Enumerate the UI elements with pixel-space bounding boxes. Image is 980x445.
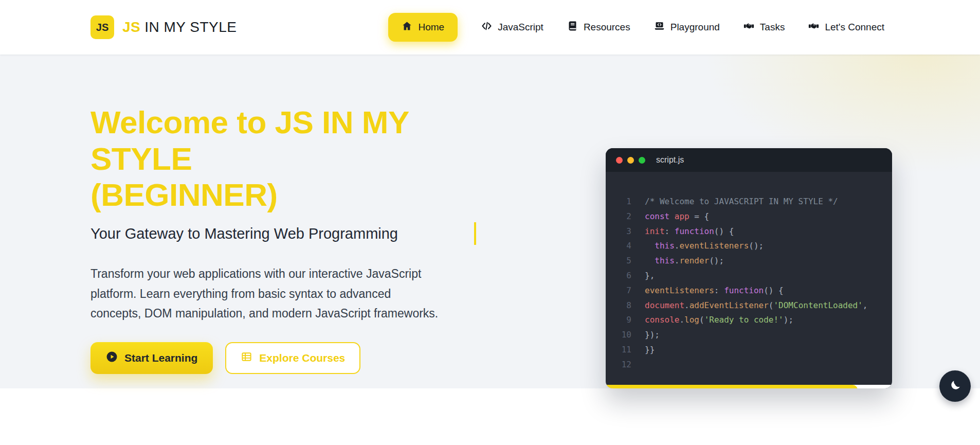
code-progress-fill	[606, 385, 858, 388]
maximize-dot-icon	[639, 157, 645, 164]
hero-title-line1: Welcome to JS IN MY STYLE	[90, 104, 409, 176]
code-line: 2const app = {	[617, 209, 885, 224]
minimize-dot-icon	[627, 157, 634, 164]
hero-buttons: Start Learning Explore Courses	[90, 342, 461, 374]
nav-item-lets-connect[interactable]: Let's Connect	[808, 21, 884, 34]
nav-item-tasks[interactable]: Tasks	[743, 21, 785, 34]
code-line: 3init: function() {	[617, 224, 885, 239]
code-line: 5 this.render();	[617, 254, 885, 269]
hero-section: Welcome to JS IN MY STYLE (BEGINNER) You…	[0, 55, 980, 388]
nav-label-playground: Playground	[670, 22, 720, 33]
hero-title: Welcome to JS IN MY STYLE (BEGINNER)	[90, 104, 461, 213]
code-editor-window: script.js 1/* Welcome to JAVASCRIPT IN M…	[606, 148, 892, 388]
nav-label-resources: Resources	[584, 22, 630, 33]
code-line: 8document.addEventListener('DOMContentLo…	[617, 298, 885, 313]
code-lines: 1/* Welcome to JAVASCRIPT IN MY STYLE */…	[606, 172, 892, 385]
code-line: 1/* Welcome to JAVASCRIPT IN MY STYLE */	[617, 194, 885, 209]
book-icon	[567, 21, 578, 34]
code-editor-titlebar: script.js	[606, 148, 892, 172]
code-filename: script.js	[656, 155, 684, 165]
code-line: 7eventListeners: function() {	[617, 283, 885, 298]
logo-badge-text: JS	[96, 22, 108, 33]
code-line: 4 this.eventListeners();	[617, 239, 885, 254]
hero-subtitle-row: Your Gateway to Mastering Web Programmin…	[90, 222, 461, 245]
code-line: 10});	[617, 328, 885, 343]
code-line: 9console.log('Ready to code!');	[617, 313, 885, 328]
hero-description: Transform your web applications with our…	[90, 264, 444, 324]
code-line: 11}}	[617, 343, 885, 358]
home-icon	[402, 21, 412, 34]
handshake-icon	[808, 21, 819, 34]
nav-label-javascript: JavaScript	[498, 22, 543, 33]
laptop-code-icon	[654, 21, 665, 34]
start-learning-label: Start Learning	[124, 352, 197, 364]
handshake-icon	[743, 21, 754, 34]
hero-subtitle: Your Gateway to Mastering Web Programmin…	[90, 225, 398, 242]
play-circle-icon	[106, 351, 118, 365]
nav-item-resources[interactable]: Resources	[567, 21, 630, 34]
explore-courses-button[interactable]: Explore Courses	[225, 342, 360, 374]
hero-title-line2: (BEGINNER)	[90, 177, 278, 212]
table-list-icon	[241, 351, 252, 365]
header: JS JSIN MY STYLE Home JavaScript Resourc…	[0, 0, 980, 55]
nav-label-home: Home	[418, 22, 444, 33]
brand-title-rest: IN MY STYLE	[144, 19, 237, 35]
dark-mode-toggle-button[interactable]	[939, 370, 971, 402]
start-learning-button[interactable]: Start Learning	[90, 342, 213, 374]
nav-item-playground[interactable]: Playground	[654, 21, 720, 34]
typing-caret	[474, 222, 476, 245]
code-line: 12	[617, 358, 885, 372]
brand-title: JSIN MY STYLE	[122, 19, 237, 35]
main-nav: Home JavaScript Resources Playground Tas…	[388, 13, 884, 42]
js-logo-badge: JS	[90, 15, 114, 39]
code-icon	[481, 21, 492, 34]
nav-label-tasks: Tasks	[760, 22, 785, 33]
brand-logo[interactable]: JS JSIN MY STYLE	[90, 15, 237, 39]
moon-icon	[949, 379, 961, 393]
code-progress-track	[606, 385, 892, 388]
close-dot-icon	[616, 157, 623, 164]
brand-title-accent: JS	[122, 19, 140, 35]
nav-item-home[interactable]: Home	[388, 13, 458, 42]
code-line: 6},	[617, 269, 885, 283]
nav-label-lets-connect: Let's Connect	[825, 22, 884, 33]
hero-text-column: Welcome to JS IN MY STYLE (BEGINNER) You…	[90, 104, 461, 388]
nav-item-javascript[interactable]: JavaScript	[481, 21, 543, 34]
bottom-section	[0, 388, 980, 445]
explore-courses-label: Explore Courses	[259, 352, 345, 364]
